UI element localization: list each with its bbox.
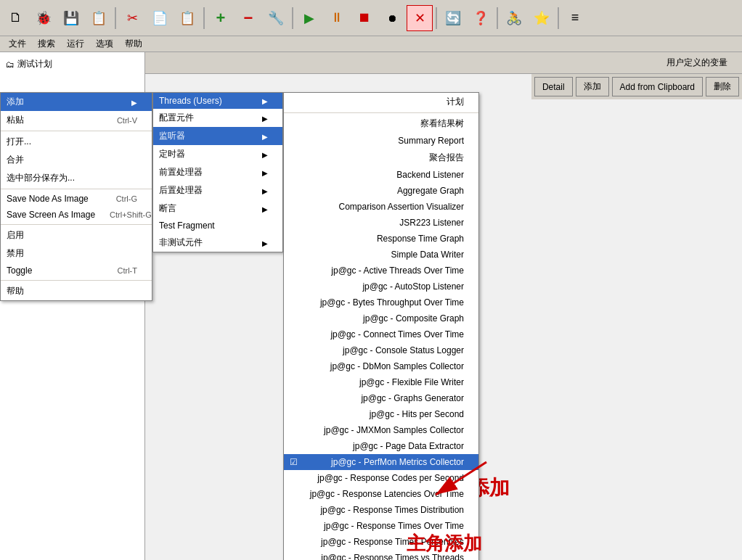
star-button[interactable]: ⭐ bbox=[529, 5, 555, 31]
debug-button[interactable]: 🐞 bbox=[30, 5, 57, 31]
menu-l3-aggregate[interactable]: 聚合报告 bbox=[284, 149, 478, 167]
menu-l3-respcodesps[interactable]: jp@gc - Response Codes per Second bbox=[284, 470, 478, 486]
bicycle-button[interactable]: 🚴 bbox=[501, 5, 527, 31]
new-button[interactable]: 🗋 bbox=[3, 5, 29, 31]
menu-l2-pre-label: 前置处理器 bbox=[159, 166, 203, 178]
stop2-button[interactable]: ⏹ bbox=[351, 5, 378, 31]
menu-l3-composite[interactable]: jp@gc - Composite Graph bbox=[284, 310, 478, 326]
menu-l1-disable-label: 禁用 bbox=[7, 247, 24, 260]
menu-l1-disable[interactable]: 禁用 bbox=[1, 244, 152, 263]
menu-l1-sep3 bbox=[1, 224, 152, 225]
menu-l3-compasvis[interactable]: Comparison Assertion Visualizer bbox=[284, 199, 478, 215]
menu-l3-plan-label: 计划 bbox=[447, 96, 464, 108]
menu-l3-resptimesdist-label: jp@gc - Response Times Distribution bbox=[320, 505, 464, 515]
menu-l1-savepart[interactable]: 选中部分保存为... bbox=[1, 169, 152, 187]
menu-l2-pre-arrow bbox=[262, 168, 268, 178]
run-button[interactable]: ▶ bbox=[296, 5, 322, 31]
menu-l2-assert-label: 断言 bbox=[159, 202, 176, 215]
menu-l3-resplatency[interactable]: jp@gc - Response Latencies Over Time bbox=[284, 486, 478, 502]
more-button[interactable]: ≡ bbox=[562, 5, 588, 31]
menu-l2-nontest[interactable]: 非测试元件 bbox=[153, 234, 282, 252]
menu-l1-toggle[interactable]: Toggle Ctrl-T bbox=[1, 263, 152, 279]
menu-l3-resplatency-label: jp@gc - Response Latencies Over Time bbox=[310, 489, 464, 499]
menu-l1-add-arrow bbox=[131, 97, 137, 107]
menu-l3-respcodesps-label: jp@gc - Response Codes per Second bbox=[317, 473, 464, 483]
menu-l3-summary[interactable]: Summary Report bbox=[284, 133, 478, 149]
menu-l3-consolestatus[interactable]: jp@gc - Console Status Logger bbox=[284, 342, 478, 358]
menu-l1-add-label: 添加 bbox=[7, 96, 24, 108]
menu-l3-flexfile[interactable]: jp@gc - Flexible File Writer bbox=[284, 374, 478, 390]
menu-l2-monitor[interactable]: 监听器 bbox=[153, 127, 282, 145]
close-button[interactable]: ✕ bbox=[407, 5, 433, 31]
annotation-main-text: 主角添加 bbox=[407, 531, 482, 556]
menu-l3-flexfile-label: jp@gc - Flexible File Writer bbox=[359, 377, 464, 387]
menu-l3-bytesthroughput[interactable]: jp@gc - Bytes Throughput Over Time bbox=[284, 295, 478, 310]
menu-l2-fragment[interactable]: Test Fragment bbox=[153, 218, 282, 234]
menu-l2-nontest-arrow bbox=[262, 238, 268, 248]
menu-l2-config-label: 配置元件 bbox=[159, 112, 194, 124]
menu-l3-hitspersec[interactable]: jp@gc - Hits per Second bbox=[284, 406, 478, 422]
menu-options[interactable]: 选项 bbox=[90, 36, 119, 52]
menu-l3-aggraph[interactable]: Aggregate Graph bbox=[284, 183, 478, 199]
add-row-button[interactable]: 添加 bbox=[576, 77, 609, 96]
menu-l1-help[interactable]: 帮助 bbox=[1, 282, 152, 300]
menu-l1-merge[interactable]: 合并 bbox=[1, 151, 152, 169]
menu-l3-viewresult[interactable]: 察看结果树 bbox=[284, 115, 478, 133]
menu-l3-jmxmon[interactable]: jp@gc - JMXMon Samples Collector bbox=[284, 422, 478, 438]
menu-run[interactable]: 运行 bbox=[61, 36, 90, 52]
menu-l2-monitor-arrow bbox=[262, 131, 268, 141]
menu-search[interactable]: 搜索 bbox=[32, 36, 61, 52]
toolbar-separator-6 bbox=[558, 7, 559, 29]
toolbar-separator-1 bbox=[115, 7, 116, 29]
menu-l2-timer[interactable]: 定时器 bbox=[153, 145, 282, 163]
remove-button[interactable]: − bbox=[235, 5, 261, 31]
clear-button[interactable]: 🔧 bbox=[263, 5, 289, 31]
menu-help[interactable]: 帮助 bbox=[119, 36, 148, 52]
menu-l2-assert[interactable]: 断言 bbox=[153, 199, 282, 218]
menu-l3-viewresult-label: 察看结果树 bbox=[420, 118, 464, 130]
menu-l3-activethreads[interactable]: jp@gc - Active Threads Over Time bbox=[284, 263, 478, 279]
menu-l1-enable[interactable]: 启用 bbox=[1, 226, 152, 244]
menu-l3-resptimesdist[interactable]: jp@gc - Response Times Distribution bbox=[284, 502, 478, 518]
save-button[interactable]: 💾 bbox=[58, 5, 84, 31]
menu-l1-savenode-shortcut: Ctrl-G bbox=[116, 194, 137, 203]
menu-l3-plan[interactable]: 计划 bbox=[284, 93, 478, 111]
menu-l1-open[interactable]: 打开... bbox=[1, 133, 152, 151]
toolbar-separator-4 bbox=[436, 7, 437, 29]
add-clipboard-button[interactable]: Add from Clipboard bbox=[612, 77, 703, 96]
menu-l1-savescreen[interactable]: Save Screen As Image Ctrl+Shift-G bbox=[1, 207, 152, 223]
menu-l2-threads[interactable]: Threads (Users) bbox=[153, 93, 282, 109]
menu-l3-simplewriter[interactable]: Simple Data Writer bbox=[284, 247, 478, 263]
help-button[interactable]: ❓ bbox=[468, 5, 494, 31]
copy-button[interactable]: 📄 bbox=[147, 5, 173, 31]
add-button[interactable]: + bbox=[208, 5, 234, 31]
menu-l3-pagedata[interactable]: jp@gc - Page Data Extractor bbox=[284, 438, 478, 454]
menu-l3-bytesthroughput-label: jp@gc - Bytes Throughput Over Time bbox=[320, 297, 464, 308]
menu-l3-graphsgen[interactable]: jp@gc - Graphs Generator bbox=[284, 390, 478, 406]
menu-l1-savenode[interactable]: Save Node As Image Ctrl-G bbox=[1, 191, 152, 207]
menu-l2-config[interactable]: 配置元件 bbox=[153, 109, 282, 127]
menu-l3-autostop[interactable]: jp@gc - AutoStop Listener bbox=[284, 279, 478, 295]
menu-l3-dbmon[interactable]: jp@gc - DbMon Samples Collector bbox=[284, 358, 478, 374]
menu-l1-add[interactable]: 添加 bbox=[1, 93, 152, 111]
paste-button[interactable]: 📋 bbox=[174, 5, 200, 31]
menu-l2-post[interactable]: 后置处理器 bbox=[153, 181, 282, 199]
test-plan-node[interactable]: 🗂 测试计划 bbox=[3, 55, 142, 73]
cut-button[interactable]: ✂ bbox=[119, 5, 145, 31]
menu-l3-resptime[interactable]: Response Time Graph bbox=[284, 231, 478, 247]
detail-button[interactable]: Detail bbox=[534, 77, 573, 96]
saveas-button[interactable]: 📋 bbox=[86, 5, 112, 31]
menu-l1-paste[interactable]: 粘贴 Ctrl-V bbox=[1, 111, 152, 129]
menu-l3-jsr223[interactable]: JSR223 Listener bbox=[284, 215, 478, 231]
reset-button[interactable]: 🔄 bbox=[440, 5, 466, 31]
stop-button[interactable]: ⏸ bbox=[324, 5, 350, 31]
menu-file[interactable]: 文件 bbox=[3, 36, 32, 52]
menu-l3-connecttimes[interactable]: jp@gc - Connect Times Over Time bbox=[284, 326, 478, 342]
menu-l3-perfmon[interactable]: ☑ jp@gc - PerfMon Metrics Collector bbox=[284, 454, 478, 470]
remote-button[interactable]: ⏺ bbox=[379, 5, 405, 31]
menu-l3-resptime-label: Response Time Graph bbox=[377, 234, 464, 244]
toolbar-separator-5 bbox=[497, 7, 498, 29]
delete-button[interactable]: 删除 bbox=[706, 77, 739, 96]
menu-l2-pre[interactable]: 前置处理器 bbox=[153, 163, 282, 181]
menu-l3-backend[interactable]: Backend Listener bbox=[284, 167, 478, 183]
